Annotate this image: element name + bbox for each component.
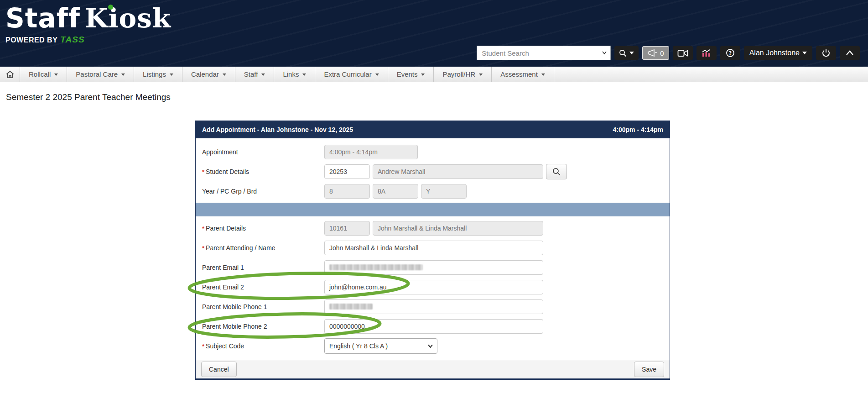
redacted-value [329,264,423,270]
main-nav: Rollcall Pastoral Care Listings Calendar… [0,67,868,82]
row-parent-email-1: Parent Email 1 [196,257,670,277]
parent-mobile-1-input[interactable] [324,299,543,314]
add-appointment-modal: Add Appointment - Alan Johnstone - Nov 1… [195,121,670,380]
modal-body: Appointment *Student Details Year / PC G… [196,138,670,356]
tass-brand: TASS [60,35,84,44]
appointment-input [324,145,418,159]
parent-details-label: Parent Details [206,225,246,232]
row-parent-email-2: Parent Email 2 [196,277,670,297]
app-logo: StaffKiosk POWERED BYTASS [5,4,171,45]
svg-text:?: ? [728,50,731,56]
caret-down-icon [375,74,379,76]
top-controls: Student Search 0 ? Alan Johnstone [477,46,860,60]
notifications-button[interactable]: 0 [642,46,669,60]
collapse-header-button[interactable] [840,46,860,60]
chevron-up-icon [846,50,854,56]
row-parent-details: *Parent Details [196,218,670,238]
power-icon [821,48,831,58]
row-student-details: *Student Details [196,162,670,181]
required-marker: * [202,245,204,252]
student-id-input[interactable] [324,164,370,179]
parent-email-1-label: Parent Email 1 [202,264,324,271]
powered-by-line: POWERED BYTASS [5,35,171,45]
nav-item-pastoral-care[interactable]: Pastoral Care [67,67,134,82]
row-appointment: Appointment [196,142,670,162]
megaphone-icon [647,49,657,57]
help-icon: ? [726,48,735,58]
logo-staff-text: Staff [5,3,80,34]
caret-down-icon [629,52,634,54]
help-button[interactable]: ? [720,46,740,60]
section-divider-band [196,203,670,216]
nav-item-calendar[interactable]: Calendar [182,67,235,82]
search-icon [552,168,561,176]
parent-mobile-2-label: Parent Mobile Phone 2 [202,323,324,330]
modal-header: Add Appointment - Alan Johnstone - Nov 1… [196,121,670,138]
home-icon [5,70,15,79]
nav-item-events[interactable]: Events [388,67,434,82]
parent-name-input [373,221,543,236]
caret-down-icon [223,74,226,76]
nav-home[interactable] [0,67,20,82]
modal-footer: Cancel Save [196,360,670,378]
subject-code-select[interactable]: English ( Yr 8 Cls A ) [324,338,437,354]
nav-item-listings[interactable]: Listings [134,67,182,82]
row-parent-mobile-1: Parent Mobile Phone 1 [196,297,670,316]
student-search-select[interactable]: Student Search [477,46,611,60]
subject-code-select-wrap: English ( Yr 8 Cls A ) [324,338,437,354]
user-name: Alan Johnstone [749,49,800,57]
student-search-select-wrap: Student Search [477,46,611,60]
student-search-lookup-button[interactable] [546,164,567,179]
redacted-value [329,304,373,310]
parent-email-2-label: Parent Email 2 [202,284,324,291]
brd-input [421,184,467,199]
save-button[interactable]: Save [634,362,664,377]
notification-count-badge: 0 [660,49,664,57]
caret-down-icon [421,74,425,76]
parent-mobile-2-input[interactable] [324,319,543,334]
nav-item-links[interactable]: Links [274,67,315,82]
caret-down-icon [261,74,265,76]
modal-time-range: 4:00pm - 4:14pm [613,126,663,133]
nav-item-extra-curricular[interactable]: Extra Curricular [315,67,388,82]
analytics-button[interactable] [696,46,717,60]
parent-email-1-input[interactable] [324,260,543,275]
logo-kiosk-text: Kiosk [85,3,171,34]
row-parent-attending: *Parent Attending / Name [196,238,670,257]
student-search-button[interactable] [614,46,639,60]
appointment-label: Appointment [202,148,324,156]
video-button[interactable] [673,46,693,60]
video-camera-icon [677,49,688,57]
subject-code-label: Subject Code [206,342,244,350]
year-input [324,184,370,199]
nav-item-rollcall[interactable]: Rollcall [20,67,67,82]
row-year-pc-brd: Year / PC Grp / Brd [196,181,670,201]
caret-down-icon [479,74,483,76]
row-subject-code: *Subject Code English ( Yr 8 Cls A ) [196,336,670,356]
page-title: Semester 2 2025 Parent Teacher Meetings [6,92,868,102]
row-parent-mobile-2: Parent Mobile Phone 2 [196,316,670,336]
parent-email-2-input[interactable] [324,280,543,294]
nav-item-assessment[interactable]: Assessment [492,67,554,82]
student-name-input [373,164,543,179]
logout-button[interactable] [816,46,836,60]
cancel-button[interactable]: Cancel [201,362,237,377]
app-banner: StaffKiosk POWERED BYTASS Student Search… [0,0,868,67]
parent-id-input [324,221,370,236]
parent-mobile-1-label: Parent Mobile Phone 1 [202,303,324,310]
parent-attending-input[interactable] [324,241,543,255]
caret-down-icon [170,74,173,76]
modal-title: Add Appointment - Alan Johnstone - Nov 1… [202,126,353,133]
student-details-label: Student Details [206,168,249,175]
pc-grp-input [373,184,418,199]
caret-down-icon [802,52,807,54]
caret-down-icon [302,74,306,76]
caret-down-icon [541,74,545,76]
required-marker: * [202,343,204,350]
required-marker: * [202,168,204,175]
chart-icon [702,49,712,57]
nav-item-staff[interactable]: Staff [235,67,275,82]
year-pc-brd-label: Year / PC Grp / Brd [202,188,324,195]
user-menu-button[interactable]: Alan Johnstone [744,46,812,60]
nav-item-payroll-hr[interactable]: Payroll/HR [434,67,492,82]
